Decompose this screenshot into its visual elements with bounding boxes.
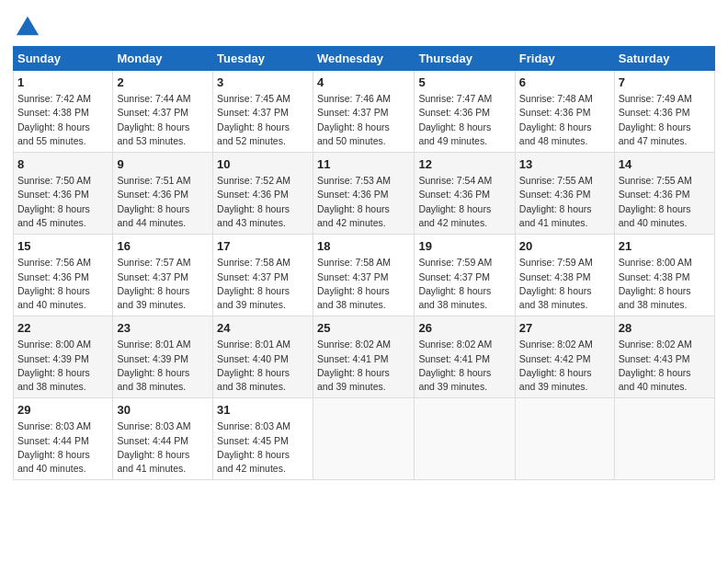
calendar-day-cell: 7Sunrise: 7:49 AM Sunset: 4:36 PM Daylig… (614, 71, 714, 153)
day-info: Sunrise: 7:54 AM Sunset: 4:36 PM Dayligh… (418, 174, 510, 230)
calendar-day-cell: 31Sunrise: 8:03 AM Sunset: 4:45 PM Dayli… (213, 398, 313, 480)
calendar-week-row: 22Sunrise: 8:00 AM Sunset: 4:39 PM Dayli… (14, 316, 715, 398)
calendar-day-cell: 28Sunrise: 8:02 AM Sunset: 4:43 PM Dayli… (614, 316, 714, 398)
day-number: 9 (117, 156, 209, 173)
calendar-day-cell: 13Sunrise: 7:55 AM Sunset: 4:36 PM Dayli… (515, 153, 614, 235)
day-number: 19 (418, 238, 510, 255)
day-number: 5 (418, 75, 510, 91)
calendar-day-cell: 9Sunrise: 7:51 AM Sunset: 4:36 PM Daylig… (113, 153, 213, 235)
day-number: 14 (619, 156, 711, 173)
day-number: 18 (317, 238, 410, 255)
day-info: Sunrise: 7:48 AM Sunset: 4:36 PM Dayligh… (519, 92, 610, 148)
calendar-day-cell: 25Sunrise: 8:02 AM Sunset: 4:41 PM Dayli… (313, 316, 414, 398)
day-number: 3 (217, 75, 309, 91)
day-info: Sunrise: 7:58 AM Sunset: 4:37 PM Dayligh… (217, 256, 309, 312)
day-number: 23 (117, 320, 209, 337)
day-info: Sunrise: 8:03 AM Sunset: 4:44 PM Dayligh… (17, 419, 108, 476)
logo (13, 13, 40, 39)
day-info: Sunrise: 7:50 AM Sunset: 4:36 PM Dayligh… (17, 174, 108, 230)
day-info: Sunrise: 7:51 AM Sunset: 4:36 PM Dayligh… (117, 174, 209, 230)
day-info: Sunrise: 7:56 AM Sunset: 4:36 PM Dayligh… (17, 256, 108, 312)
calendar-body: 1Sunrise: 7:42 AM Sunset: 4:38 PM Daylig… (14, 71, 715, 480)
calendar-day-cell: 29Sunrise: 8:03 AM Sunset: 4:44 PM Dayli… (14, 398, 113, 480)
day-info: Sunrise: 8:02 AM Sunset: 4:41 PM Dayligh… (418, 338, 510, 394)
calendar-day-cell (515, 398, 614, 480)
calendar-day-cell: 2Sunrise: 7:44 AM Sunset: 4:37 PM Daylig… (113, 71, 213, 153)
day-info: Sunrise: 8:03 AM Sunset: 4:45 PM Dayligh… (217, 419, 309, 476)
day-info: Sunrise: 8:01 AM Sunset: 4:40 PM Dayligh… (217, 338, 309, 394)
day-info: Sunrise: 7:52 AM Sunset: 4:36 PM Dayligh… (217, 174, 309, 230)
day-number: 4 (317, 75, 410, 91)
header (13, 9, 715, 39)
day-info: Sunrise: 8:02 AM Sunset: 4:42 PM Dayligh… (519, 338, 610, 394)
day-info: Sunrise: 8:00 AM Sunset: 4:38 PM Dayligh… (619, 256, 711, 312)
day-info: Sunrise: 7:57 AM Sunset: 4:37 PM Dayligh… (117, 256, 209, 312)
day-number: 10 (217, 156, 309, 173)
day-info: Sunrise: 7:53 AM Sunset: 4:36 PM Dayligh… (317, 174, 410, 230)
page-container: SundayMondayTuesdayWednesdayThursdayFrid… (0, 0, 728, 488)
calendar-day-cell: 27Sunrise: 8:02 AM Sunset: 4:42 PM Dayli… (515, 316, 614, 398)
day-info: Sunrise: 8:02 AM Sunset: 4:43 PM Dayligh… (619, 338, 711, 394)
day-info: Sunrise: 7:47 AM Sunset: 4:36 PM Dayligh… (418, 92, 510, 148)
calendar-day-cell: 21Sunrise: 8:00 AM Sunset: 4:38 PM Dayli… (614, 235, 714, 316)
weekday-header: Wednesday (313, 47, 414, 71)
day-number: 31 (217, 402, 309, 419)
calendar-day-cell: 1Sunrise: 7:42 AM Sunset: 4:38 PM Daylig… (14, 71, 113, 153)
calendar-day-cell: 20Sunrise: 7:59 AM Sunset: 4:38 PM Dayli… (515, 235, 614, 316)
day-info: Sunrise: 7:59 AM Sunset: 4:37 PM Dayligh… (418, 256, 510, 312)
day-info: Sunrise: 8:03 AM Sunset: 4:44 PM Dayligh… (117, 419, 209, 476)
weekday-header: Monday (113, 47, 213, 71)
day-number: 1 (17, 75, 108, 91)
day-number: 6 (519, 75, 610, 91)
weekday-header: Tuesday (213, 47, 313, 71)
day-info: Sunrise: 8:01 AM Sunset: 4:39 PM Dayligh… (117, 338, 209, 394)
weekday-row: SundayMondayTuesdayWednesdayThursdayFrid… (14, 47, 715, 71)
calendar-day-cell: 24Sunrise: 8:01 AM Sunset: 4:40 PM Dayli… (213, 316, 313, 398)
day-info: Sunrise: 8:02 AM Sunset: 4:41 PM Dayligh… (317, 338, 410, 394)
calendar-day-cell (313, 398, 414, 480)
calendar-day-cell: 11Sunrise: 7:53 AM Sunset: 4:36 PM Dayli… (313, 153, 414, 235)
calendar-day-cell: 5Sunrise: 7:47 AM Sunset: 4:36 PM Daylig… (415, 71, 515, 153)
day-number: 27 (519, 320, 610, 337)
calendar-week-row: 8Sunrise: 7:50 AM Sunset: 4:36 PM Daylig… (14, 153, 715, 235)
calendar-day-cell: 22Sunrise: 8:00 AM Sunset: 4:39 PM Dayli… (14, 316, 113, 398)
day-info: Sunrise: 7:45 AM Sunset: 4:37 PM Dayligh… (217, 92, 309, 148)
day-info: Sunrise: 8:00 AM Sunset: 4:39 PM Dayligh… (17, 338, 108, 394)
svg-marker-0 (17, 17, 39, 36)
day-info: Sunrise: 7:59 AM Sunset: 4:38 PM Dayligh… (519, 256, 610, 312)
calendar-week-row: 15Sunrise: 7:56 AM Sunset: 4:36 PM Dayli… (14, 235, 715, 316)
day-number: 22 (17, 320, 108, 337)
day-number: 8 (17, 156, 108, 173)
calendar-week-row: 1Sunrise: 7:42 AM Sunset: 4:38 PM Daylig… (14, 71, 715, 153)
day-number: 12 (418, 156, 510, 173)
calendar-day-cell: 6Sunrise: 7:48 AM Sunset: 4:36 PM Daylig… (515, 71, 614, 153)
calendar-day-cell: 18Sunrise: 7:58 AM Sunset: 4:37 PM Dayli… (313, 235, 414, 316)
day-number: 29 (17, 402, 108, 419)
day-number: 21 (619, 238, 711, 255)
day-number: 16 (117, 238, 209, 255)
weekday-header: Saturday (614, 47, 714, 71)
day-number: 2 (117, 75, 209, 91)
day-number: 28 (619, 320, 711, 337)
calendar-day-cell: 10Sunrise: 7:52 AM Sunset: 4:36 PM Dayli… (213, 153, 313, 235)
day-info: Sunrise: 7:44 AM Sunset: 4:37 PM Dayligh… (117, 92, 209, 148)
day-info: Sunrise: 7:55 AM Sunset: 4:36 PM Dayligh… (519, 174, 610, 230)
logo-icon (15, 13, 40, 39)
day-info: Sunrise: 7:46 AM Sunset: 4:37 PM Dayligh… (317, 92, 410, 148)
day-number: 7 (619, 75, 711, 91)
calendar-day-cell (614, 398, 714, 480)
calendar-day-cell: 16Sunrise: 7:57 AM Sunset: 4:37 PM Dayli… (113, 235, 213, 316)
day-number: 30 (117, 402, 209, 419)
day-number: 20 (519, 238, 610, 255)
calendar-day-cell: 15Sunrise: 7:56 AM Sunset: 4:36 PM Dayli… (14, 235, 113, 316)
calendar-header: SundayMondayTuesdayWednesdayThursdayFrid… (14, 47, 715, 71)
weekday-header: Friday (515, 47, 614, 71)
day-number: 13 (519, 156, 610, 173)
calendar-day-cell: 30Sunrise: 8:03 AM Sunset: 4:44 PM Dayli… (113, 398, 213, 480)
day-info: Sunrise: 7:49 AM Sunset: 4:36 PM Dayligh… (619, 92, 711, 148)
calendar-day-cell: 8Sunrise: 7:50 AM Sunset: 4:36 PM Daylig… (14, 153, 113, 235)
day-number: 17 (217, 238, 309, 255)
day-number: 26 (418, 320, 510, 337)
day-info: Sunrise: 7:58 AM Sunset: 4:37 PM Dayligh… (317, 256, 410, 312)
calendar-day-cell: 4Sunrise: 7:46 AM Sunset: 4:37 PM Daylig… (313, 71, 414, 153)
